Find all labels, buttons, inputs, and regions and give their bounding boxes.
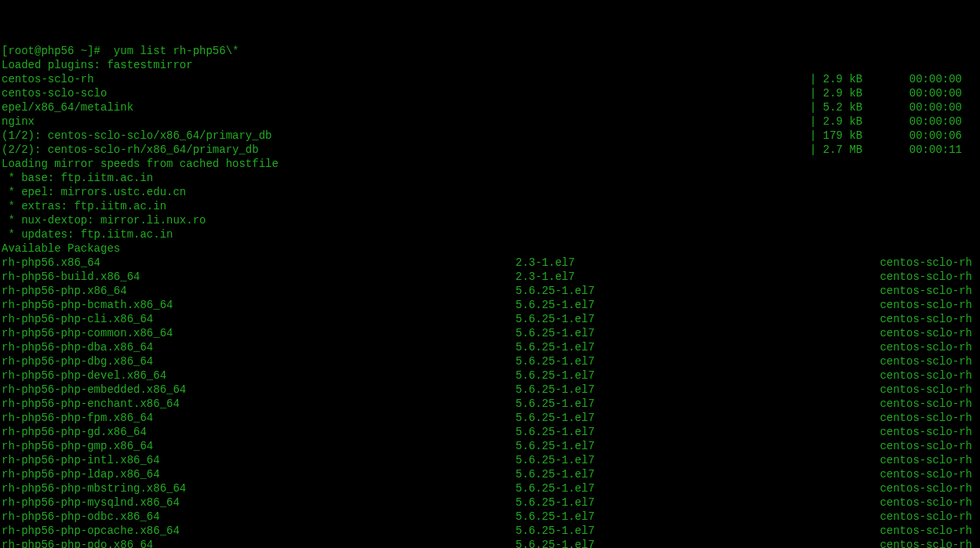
package-name: rh-php56.x86_64 <box>2 256 516 270</box>
package-repo: centos-sclo-rh <box>814 495 978 510</box>
repo-time: 00:00:00 <box>896 72 978 86</box>
package-row: rh-php56-php-mbstring.x86_645.6.25-1.el7… <box>2 481 978 495</box>
package-repo: centos-sclo-rh <box>814 510 978 524</box>
package-repo: centos-sclo-rh <box>814 368 978 383</box>
repo-size: | 2.9 kB <box>810 86 896 100</box>
repo-fetch-row: (2/2): centos-sclo-rh/x86_64/primary_db|… <box>2 143 978 157</box>
repo-size: | 2.9 kB <box>810 114 896 129</box>
package-row: rh-php56-php-enchant.x86_645.6.25-1.el7c… <box>2 397 978 411</box>
package-name: rh-php56-php-common.x86_64 <box>2 326 516 340</box>
package-repo: centos-sclo-rh <box>814 439 978 453</box>
loaded-plugins: Loaded plugins: fastestmirror <box>2 58 978 72</box>
package-name: rh-php56-php-bcmath.x86_64 <box>2 298 516 312</box>
package-version: 5.6.25-1.el7 <box>516 453 814 467</box>
package-name: rh-php56-php-enchant.x86_64 <box>2 397 516 411</box>
package-version: 5.6.25-1.el7 <box>516 411 814 425</box>
repo-fetch-row: centos-sclo-sclo| 2.9 kB 00:00:00 <box>2 86 978 100</box>
repo-name: (2/2): centos-sclo-rh/x86_64/primary_db <box>2 143 810 157</box>
package-row: rh-php56-php-gmp.x86_645.6.25-1.el7cento… <box>2 439 978 453</box>
package-repo: centos-sclo-rh <box>814 298 978 312</box>
package-version: 5.6.25-1.el7 <box>516 495 814 510</box>
package-repo: centos-sclo-rh <box>814 354 978 368</box>
repo-time: 00:00:06 <box>896 129 978 143</box>
package-version: 5.6.25-1.el7 <box>516 538 814 548</box>
package-row: rh-php56-php-dba.x86_645.6.25-1.el7cento… <box>2 340 978 354</box>
mirror-line: * base: ftp.iitm.ac.in <box>2 171 978 185</box>
package-version: 5.6.25-1.el7 <box>516 368 814 383</box>
package-repo: centos-sclo-rh <box>814 383 978 397</box>
package-row: rh-php56-php.x86_645.6.25-1.el7centos-sc… <box>2 284 978 298</box>
package-repo: centos-sclo-rh <box>814 340 978 354</box>
package-version: 5.6.25-1.el7 <box>516 354 814 368</box>
package-repo: centos-sclo-rh <box>814 467 978 481</box>
package-row: rh-php56-php-opcache.x86_645.6.25-1.el7c… <box>2 524 978 538</box>
available-packages-header: Available Packages <box>2 241 978 256</box>
package-repo: centos-sclo-rh <box>814 453 978 467</box>
loading-mirror: Loading mirror speeds from cached hostfi… <box>2 157 978 171</box>
package-version: 5.6.25-1.el7 <box>516 524 814 538</box>
package-name: rh-php56-php-embedded.x86_64 <box>2 383 516 397</box>
package-repo: centos-sclo-rh <box>814 425 978 439</box>
package-name: rh-php56-php-ldap.x86_64 <box>2 467 516 481</box>
repo-time: 00:00:11 <box>896 143 978 157</box>
package-name: rh-php56-php-mbstring.x86_64 <box>2 481 516 495</box>
package-row: rh-php56-php-ldap.x86_645.6.25-1.el7cent… <box>2 467 978 481</box>
package-version: 5.6.25-1.el7 <box>516 312 814 326</box>
package-row: rh-php56-build.x86_642.3-1.el7centos-scl… <box>2 270 978 284</box>
package-row: rh-php56-php-pdo.x86_645.6.25-1.el7cento… <box>2 538 978 548</box>
package-row: rh-php56-php-embedded.x86_645.6.25-1.el7… <box>2 383 978 397</box>
package-version: 5.6.25-1.el7 <box>516 326 814 340</box>
package-row: rh-php56-php-mysqlnd.x86_645.6.25-1.el7c… <box>2 495 978 510</box>
package-row: rh-php56-php-intl.x86_645.6.25-1.el7cent… <box>2 453 978 467</box>
package-version: 5.6.25-1.el7 <box>516 397 814 411</box>
package-name: rh-php56-php-fpm.x86_64 <box>2 411 516 425</box>
repo-name: epel/x86_64/metalink <box>2 100 810 114</box>
package-name: rh-php56-php-pdo.x86_64 <box>2 538 516 548</box>
package-version: 5.6.25-1.el7 <box>516 510 814 524</box>
package-version: 5.6.25-1.el7 <box>516 298 814 312</box>
repo-size: | 179 kB <box>810 129 896 143</box>
package-row: rh-php56-php-bcmath.x86_645.6.25-1.el7ce… <box>2 298 978 312</box>
package-row: rh-php56.x86_642.3-1.el7centos-sclo-rh <box>2 256 978 270</box>
package-version: 2.3-1.el7 <box>516 256 814 270</box>
package-name: rh-php56-build.x86_64 <box>2 270 516 284</box>
package-name: rh-php56-php-gd.x86_64 <box>2 425 516 439</box>
package-name: rh-php56-php-devel.x86_64 <box>2 368 516 383</box>
package-name: rh-php56-php-odbc.x86_64 <box>2 510 516 524</box>
package-version: 5.6.25-1.el7 <box>516 383 814 397</box>
mirror-line: * updates: ftp.iitm.ac.in <box>2 227 978 241</box>
package-name: rh-php56-php-intl.x86_64 <box>2 453 516 467</box>
repo-time: 00:00:00 <box>896 100 978 114</box>
package-name: rh-php56-php-dba.x86_64 <box>2 340 516 354</box>
package-repo: centos-sclo-rh <box>814 411 978 425</box>
package-row: rh-php56-php-devel.x86_645.6.25-1.el7cen… <box>2 368 978 383</box>
repo-name: centos-sclo-sclo <box>2 86 810 100</box>
package-row: rh-php56-php-cli.x86_645.6.25-1.el7cento… <box>2 312 978 326</box>
repo-name: centos-sclo-rh <box>2 72 810 86</box>
package-row: rh-php56-php-gd.x86_645.6.25-1.el7centos… <box>2 425 978 439</box>
package-version: 2.3-1.el7 <box>516 270 814 284</box>
package-name: rh-php56-php-dbg.x86_64 <box>2 354 516 368</box>
package-name: rh-php56-php.x86_64 <box>2 284 516 298</box>
package-repo: centos-sclo-rh <box>814 538 978 548</box>
package-name: rh-php56-php-cli.x86_64 <box>2 312 516 326</box>
package-repo: centos-sclo-rh <box>814 312 978 326</box>
repo-time: 00:00:00 <box>896 86 978 100</box>
package-name: rh-php56-php-mysqlnd.x86_64 <box>2 495 516 510</box>
repo-fetch-row: (1/2): centos-sclo-sclo/x86_64/primary_d… <box>2 129 978 143</box>
repo-fetch-row: epel/x86_64/metalink| 5.2 kB 00:00:00 <box>2 100 978 114</box>
terminal-output[interactable]: [root@php56 ~]# yum list rh-php56\*Loade… <box>2 44 978 548</box>
repo-time: 00:00:00 <box>896 114 978 129</box>
repo-name: nginx <box>2 114 810 129</box>
package-version: 5.6.25-1.el7 <box>516 439 814 453</box>
repo-fetch-row: nginx| 2.9 kB 00:00:00 <box>2 114 978 129</box>
package-row: rh-php56-php-common.x86_645.6.25-1.el7ce… <box>2 326 978 340</box>
repo-size: | 5.2 kB <box>810 100 896 114</box>
mirror-line: * nux-dextop: mirror.li.nux.ro <box>2 213 978 227</box>
command-prompt: [root@php56 ~]# yum list rh-php56\* <box>2 44 978 58</box>
package-repo: centos-sclo-rh <box>814 397 978 411</box>
package-repo: centos-sclo-rh <box>814 326 978 340</box>
package-repo: centos-sclo-rh <box>814 481 978 495</box>
mirror-line: * extras: ftp.iitm.ac.in <box>2 199 978 213</box>
package-version: 5.6.25-1.el7 <box>516 425 814 439</box>
